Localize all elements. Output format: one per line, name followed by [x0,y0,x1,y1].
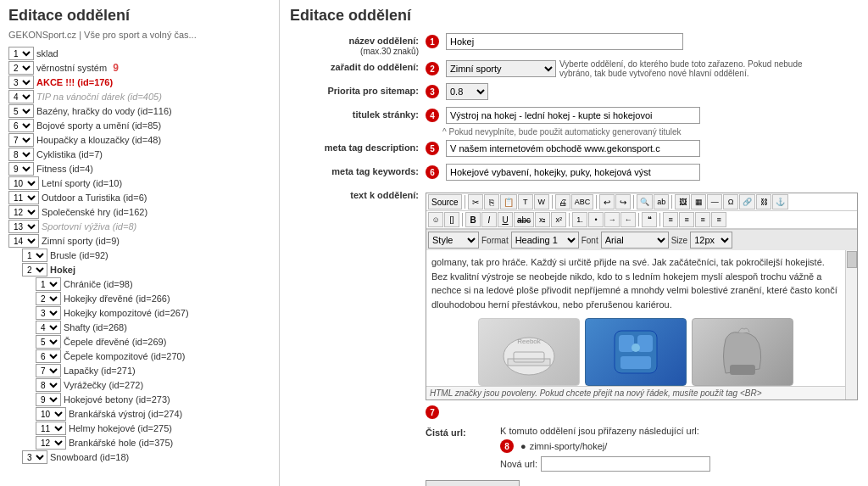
strike-button[interactable]: abc [514,212,534,227]
order-select[interactable]: 14 [8,234,39,248]
paste-word-button[interactable]: W [534,194,549,209]
undo-button[interactable]: ↩ [599,194,615,209]
order-select[interactable]: 10 [36,407,66,421]
meta-desc-label: meta tag description: [290,140,426,153]
titulek-input[interactable] [446,107,700,124]
priorita-select[interactable]: 0.80.10.51.0 [446,83,488,100]
italic-button[interactable]: I [481,212,497,227]
order-select[interactable]: 3 [36,306,61,320]
order-select[interactable]: 7 [36,364,61,377]
order-select[interactable]: 3 [8,75,34,89]
num-badge-8: 8 [500,439,514,453]
link-button[interactable]: 🔗 [739,194,755,209]
meta-kw-input[interactable] [446,164,700,181]
list-item: 1 sklad [8,47,270,60]
order-select[interactable]: 4 [8,90,34,103]
underline-button[interactable]: U [498,212,513,227]
order-select[interactable]: 10 [8,176,39,190]
order-select[interactable]: 2 [8,61,34,75]
order-select[interactable]: 11 [8,191,39,204]
order-select[interactable]: 3 [22,450,47,464]
new-url-label: Nová url: [500,459,537,469]
order-select[interactable]: 13 [8,220,39,233]
outdent-button[interactable]: ← [620,212,636,227]
order-select[interactable]: 5 [36,335,61,349]
order-select[interactable]: 2 [36,292,61,305]
order-select[interactable]: 9 [8,162,34,176]
toolbar-row-1: Source ✂ ⎘ 📋 T W 🖨 ABC ↩ ↪ [426,193,857,211]
align-left-button[interactable]: ≡ [663,212,678,227]
bullet-icon: ● [520,441,526,451]
num-badge-7: 7 [426,405,439,419]
align-center-button[interactable]: ≡ [679,212,694,227]
unlink-button[interactable]: ⛓ [756,194,771,209]
scrollbar-thumb[interactable] [847,251,857,268]
order-select[interactable]: 1 [8,47,34,60]
redo-button[interactable]: ↪ [615,194,631,209]
hr-button[interactable]: — [707,194,722,209]
order-select[interactable]: 12 [8,205,39,219]
order-select[interactable]: 11 [36,422,66,435]
tree-label: Brankářská výstroj (id=274) [69,409,182,419]
page-title: Editace oddělení [290,7,858,25]
ul-button[interactable]: • [588,212,604,227]
table-button[interactable]: ▦ [691,194,706,209]
url-link[interactable]: zimni-sporty/hokej/ [530,441,608,451]
font-select[interactable]: ArialTimes New Roman [601,232,669,249]
order-select[interactable]: 4 [36,321,61,334]
tree-label: Bojové sporty a umění (id=85) [36,120,161,131]
zaradit-select[interactable]: Zimní sporty [446,60,556,77]
tree-label: Chrániče (id=98) [64,279,133,289]
tree-label: AKCE !!! (id=176) [36,77,113,87]
blockquote-button[interactable]: ❝ [642,212,657,227]
superscript-button[interactable]: x² [551,212,566,227]
order-select[interactable]: 7 [8,133,34,147]
align-right-button[interactable]: ≡ [695,212,710,227]
size-select[interactable]: 12px14px16px [690,232,732,249]
heading-select[interactable]: Heading 1Heading 2Normal [511,232,579,249]
find-button[interactable]: 🔍 [637,194,653,209]
url-value-row: 8 ● zimni-sporty/hokej/ [500,439,858,453]
list-item: 10 Brankářská výstroj (id=274) [8,407,270,421]
toolbar-sep [462,213,463,226]
order-select[interactable]: 1 [36,277,61,291]
order-select[interactable]: 8 [8,148,34,161]
emoticon-button[interactable]: ☺ [428,212,443,227]
replace-button[interactable]: ab [654,194,669,209]
editor-scrollbar[interactable] [845,250,857,399]
num-badge-3: 3 [426,85,439,98]
special-char-button[interactable]: Ω [723,194,738,209]
order-select[interactable]: 12 [36,436,66,450]
bold-button[interactable]: B [465,212,481,227]
align-justify-button[interactable]: ≡ [711,212,726,227]
titulek-field: 4 ^ Pokud nevyplníte, bude použit automa… [426,107,858,137]
spellcheck-button[interactable]: ABC [571,194,594,209]
order-select[interactable]: 1 [22,249,47,262]
anchor-button[interactable]: ⚓ [772,194,788,209]
iframe-button[interactable]: [] [444,212,459,227]
order-select[interactable]: 9 [36,393,61,406]
order-select[interactable]: 8 [36,378,61,392]
image-button[interactable]: 🖼 [675,194,690,209]
sidebar-subtitle: GEKONSport.cz | Vše pro sport a volný ča… [8,30,270,40]
ol-button[interactable]: 1. [572,212,587,227]
subscript-button[interactable]: x₂ [535,212,550,227]
indent-button[interactable]: → [604,212,620,227]
editor-body[interactable]: golmany, tak pro hráče. Každý si určitě … [426,250,845,386]
print-button[interactable]: 🖨 [555,194,570,209]
new-url-input[interactable] [541,456,710,472]
nazev-input[interactable] [446,33,683,50]
svg-point-8 [632,344,640,352]
paste-text-button[interactable]: T [518,194,533,209]
order-select[interactable]: 6 [36,349,61,363]
submit-button[interactable]: upravit oddělení [426,480,520,486]
paste-button[interactable]: 📋 [500,194,517,209]
order-select[interactable]: 5 [8,104,34,118]
meta-desc-input[interactable] [446,140,700,157]
source-button[interactable]: Source [428,194,462,209]
order-select[interactable]: 6 [8,119,34,132]
order-select[interactable]: 2 [22,263,47,277]
style-select[interactable]: Style [428,232,479,249]
cut-button[interactable]: ✂ [468,194,483,209]
copy-button[interactable]: ⎘ [484,194,499,209]
